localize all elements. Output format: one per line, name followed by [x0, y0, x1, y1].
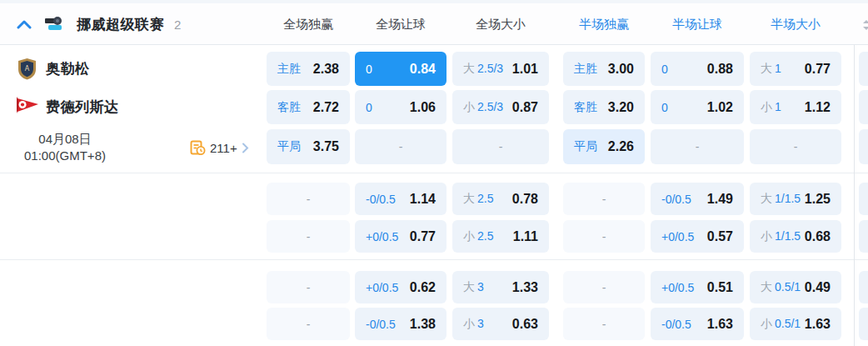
odds-label: 大2.5/3	[463, 62, 503, 77]
odds-label: +0/0.5	[366, 230, 398, 243]
odds-label: 平局	[277, 139, 301, 154]
column-header-4: 半场让球	[672, 3, 722, 45]
ou-side-label: 大	[761, 280, 772, 293]
odds-label: 大3	[463, 280, 484, 295]
empty-odds-dash: -	[307, 318, 311, 331]
odds-value: 0.68	[805, 229, 831, 244]
odds-cell-s2-r1-c1[interactable]: -0/0.51.38	[355, 308, 446, 340]
odds-label: 主胜	[574, 62, 597, 77]
odds-cell-s1-r0-c5[interactable]: 大1/1.51.25	[750, 183, 841, 215]
empty-odds-dash: -	[499, 140, 503, 153]
league-name: 挪威超级联赛	[77, 15, 164, 34]
odds-label: 大1	[761, 62, 781, 77]
odds-label: 0	[661, 63, 668, 76]
away-team-name[interactable]: 费德列斯达	[46, 90, 119, 124]
odds-value: 3.00	[608, 62, 634, 77]
column-header-5: 半场大小	[771, 3, 821, 45]
odds-cell-s0-r1-c5[interactable]: 小11.12	[750, 90, 841, 124]
odds-cell-s0-r1-c2[interactable]: 小2.5/30.87	[452, 90, 549, 124]
match-date: 04月08日	[7, 131, 123, 148]
odds-label: 小0.5/1	[761, 317, 801, 332]
odds-cell-s0-r2-c0[interactable]: 平局3.75	[267, 129, 350, 164]
ou-line-label: 2.5/3	[477, 100, 503, 113]
empty-odds-dash: -	[602, 281, 606, 294]
odds-cell-s1-r1-c1[interactable]: +0/0.50.77	[355, 220, 446, 253]
column-header-1: 全场让球	[376, 3, 426, 45]
odds-cell-s0-r0-c5[interactable]: 大10.77	[750, 52, 841, 86]
ou-line-label: 2.5/3	[477, 62, 503, 75]
odds-cell-s2-r1-c0: -	[267, 308, 350, 340]
odds-cell-partial-right	[859, 90, 868, 124]
odds-cell-s0-r0-c4[interactable]: 00.88	[651, 52, 744, 86]
odds-value: 0.62	[410, 280, 436, 295]
ou-line-label: 1	[775, 62, 781, 75]
odds-cell-s2-r1-c4[interactable]: -0/0.51.63	[651, 308, 744, 340]
odds-value: 0.88	[707, 62, 733, 77]
ou-line-label: 1/1.5	[775, 192, 801, 205]
odds-cell-s0-r1-c3[interactable]: 客胜3.20	[563, 90, 645, 124]
odds-cell-s2-r1-c5[interactable]: 小0.5/11.63	[750, 308, 841, 340]
home-team-name[interactable]: 奥勒松	[46, 52, 90, 86]
odds-label: -0/0.5	[366, 193, 396, 206]
match-datetime: 04月08日 01:00(GMT+8)	[7, 131, 123, 164]
odds-table: 挪威超级联赛 2 A 奥勒松 费德列斯达 04月08日 01:00(GMT+8)	[0, 0, 868, 346]
odds-cell-s1-r1-c5[interactable]: 小1/1.50.68	[750, 220, 841, 253]
odds-cell-s0-r2-c2: -	[452, 129, 549, 164]
ou-line-label: 3	[477, 317, 484, 330]
odds-cell-s1-r1-c3: -	[563, 220, 645, 253]
odds-cell-s0-r2-c3[interactable]: 平局2.26	[563, 129, 645, 164]
sort-arrows-icon[interactable]	[861, 18, 868, 35]
odds-cell-s0-r1-c4[interactable]: 01.02	[651, 90, 744, 124]
odds-cell-s2-r0-c5[interactable]: 大0.5/10.49	[750, 271, 841, 303]
empty-odds-dash: -	[307, 281, 311, 294]
odds-cell-s1-r0-c0: -	[267, 183, 350, 215]
odds-value: 0.78	[512, 192, 538, 207]
odds-cell-s0-r1-c0[interactable]: 客胜2.72	[267, 90, 350, 124]
chevron-right-icon	[242, 143, 249, 153]
odds-label: 客胜	[574, 100, 597, 115]
odds-cell-partial-right	[859, 183, 868, 215]
league-match-count: 2	[174, 18, 181, 32]
away-team-badge-icon	[15, 94, 40, 119]
empty-odds-dash: -	[602, 193, 606, 206]
collapse-chevron-up-icon[interactable]	[17, 19, 32, 29]
odds-value: 1.63	[707, 317, 733, 332]
ou-side-label: 小	[463, 100, 475, 113]
svg-text:A: A	[25, 65, 30, 73]
odds-cell-s0-r2-c4: -	[651, 129, 744, 164]
odds-cell-s2-r0-c4[interactable]: +0/0.50.51	[651, 271, 744, 303]
odds-cell-s0-r0-c0[interactable]: 主胜2.38	[267, 52, 350, 86]
odds-cell-s2-r1-c2[interactable]: 小30.63	[452, 308, 549, 340]
odds-value: 1.33	[512, 280, 538, 295]
section-divider	[0, 259, 868, 260]
odds-cell-s2-r0-c2[interactable]: 大31.33	[452, 271, 549, 303]
ou-side-label: 大	[761, 192, 772, 205]
odds-value: 3.20	[608, 100, 634, 115]
odds-value: 0.49	[805, 280, 831, 295]
odds-cell-s2-r0-c1[interactable]: +0/0.50.62	[355, 271, 446, 303]
more-markets-link[interactable]: 211+	[190, 137, 249, 158]
odds-label: 小2.5/3	[463, 100, 503, 115]
odds-label: +0/0.5	[661, 281, 694, 294]
ou-side-label: 小	[761, 100, 772, 113]
odds-label: -0/0.5	[661, 318, 691, 331]
odds-cell-partial-right	[859, 308, 868, 340]
home-team-badge-icon: A	[17, 58, 37, 83]
odds-cell-s0-r1-c1[interactable]: 01.06	[355, 90, 446, 124]
odds-label: +0/0.5	[366, 281, 398, 294]
odds-cell-s0-r0-c2[interactable]: 大2.5/31.01	[452, 52, 549, 86]
odds-cell-s1-r1-c2[interactable]: 小2.51.11	[452, 220, 549, 253]
odds-value: 0.57	[707, 229, 733, 244]
ou-side-label: 小	[761, 229, 772, 243]
odds-cell-s0-r0-c3[interactable]: 主胜3.00	[563, 52, 645, 86]
odds-value: 0.87	[512, 100, 538, 115]
odds-cell-s0-r0-c1[interactable]: 00.84	[355, 52, 446, 86]
odds-label: +0/0.5	[661, 230, 694, 243]
odds-cell-s1-r0-c2[interactable]: 大2.50.78	[452, 183, 549, 215]
odds-cell-s1-r0-c4[interactable]: -0/0.51.49	[651, 183, 744, 215]
odds-cell-s1-r1-c4[interactable]: +0/0.50.57	[651, 220, 744, 253]
odds-value: 1.63	[805, 317, 831, 332]
ou-line-label: 0.5/1	[775, 317, 801, 330]
odds-label: 0	[661, 101, 668, 114]
odds-cell-s1-r0-c1[interactable]: -0/0.51.14	[355, 183, 446, 215]
